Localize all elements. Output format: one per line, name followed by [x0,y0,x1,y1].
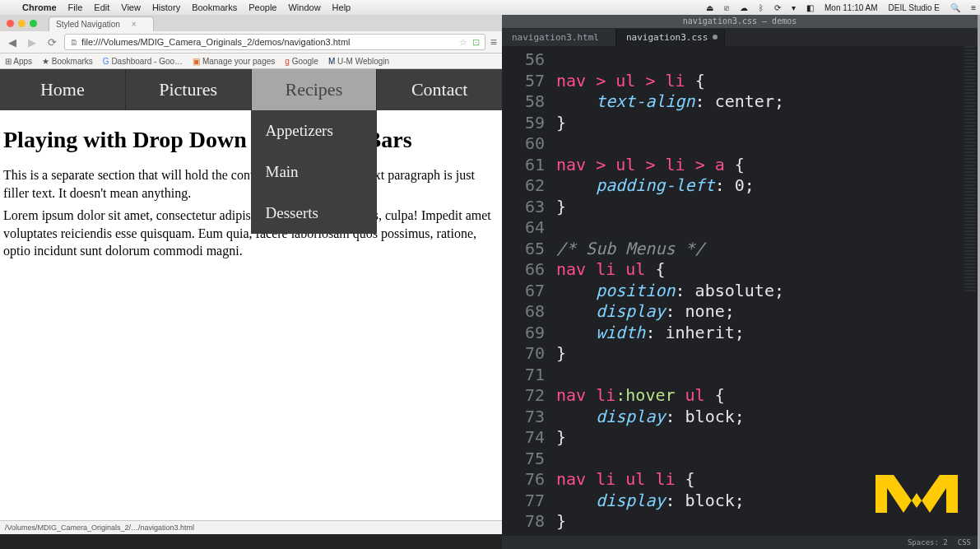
back-button[interactable]: ◀ [5,36,20,49]
bm-google[interactable]: g Google [285,57,318,66]
editor-tabs: navigation3.html navigation3.css [502,28,978,46]
code-line[interactable]: 63} [502,197,978,218]
nav-recipes-label: Recipes [286,79,343,100]
wifi-signal-icon[interactable]: ▾ [787,3,800,12]
cloud-icon[interactable]: ☁ [736,3,752,12]
code-line[interactable]: 71 [502,365,978,386]
chrome-tabstrip: Styled Navigation × [0,15,502,31]
chrome-status-bar: /Volumes/MDIG_Camera_Originals_2/…/navig… [0,520,502,534]
nav-pictures[interactable]: Pictures [126,69,252,110]
bm-dashboard[interactable]: G Dashboard - Goo… [103,57,183,66]
code-line[interactable]: 59} [502,113,978,134]
user[interactable]: DEIL Studio E [885,3,944,12]
submenu-appetizers[interactable]: Appetizers [251,110,378,151]
menu-view[interactable]: View [115,2,146,12]
url-text: file:///Volumes/MDIG_Camera_Originals_2/… [81,37,350,47]
menu-history[interactable]: History [146,2,186,12]
bookmarks-bar: ⊞ Apps ★ Bookmarks G Dashboard - Goo… ▣ … [0,54,502,69]
code-line[interactable]: 61nav > ul > li > a { [502,155,978,176]
modified-dot-icon [713,35,718,40]
demo-nav: Home Pictures Recipes Appetizers Main De… [0,69,502,110]
window-controls [0,15,44,31]
minimize-window-button[interactable] [18,20,26,27]
code-line[interactable]: 72nav li:hover ul { [502,385,978,407]
nav-contact[interactable]: Contact [377,69,502,110]
spotlight-icon[interactable]: 🔍 [946,3,964,12]
code-line[interactable]: 62 padding-left: 0; [502,175,978,197]
bm-bookmarks[interactable]: ★ Bookmarks [42,57,93,66]
zoom-window-button[interactable] [30,20,37,27]
status-lang[interactable]: CSS [958,538,971,547]
page-viewport: Home Pictures Recipes Appetizers Main De… [0,69,502,520]
code-line[interactable]: 69 width: inherit; [502,323,978,344]
status-spaces[interactable]: Spaces: 2 [908,538,948,547]
submenu-main[interactable]: Main [251,151,378,193]
address-bar[interactable]: 🗎 file:///Volumes/MDIG_Camera_Originals_… [64,34,485,50]
recipes-submenu: Appetizers Main Desserts [251,110,378,234]
bluetooth-icon[interactable]: ᛒ [755,3,768,12]
chrome-window: Styled Navigation × ◀ ▶ ⟳ 🗎 file:///Volu… [0,15,502,534]
browser-tab[interactable]: Styled Navigation × [49,16,154,31]
code-line[interactable]: 68 display: none; [502,301,978,323]
nav-home[interactable]: Home [0,69,126,110]
page-icon: 🗎 [70,38,78,47]
menu-file[interactable]: File [63,2,89,12]
editor-tab-css[interactable]: navigation3.css [616,29,725,46]
menu-window[interactable]: Window [282,2,326,12]
notifications-icon[interactable]: ≡ [967,3,980,12]
editor-title: navigation3.css — demos [502,15,978,28]
battery-icon[interactable]: ◧ [802,3,818,12]
michigan-logo [875,465,958,526]
editor-window: navigation3.css — demos navigation3.html… [502,15,978,549]
bookmark-star-icon[interactable]: ☆ [459,37,467,48]
code-line[interactable]: 74} [502,427,978,449]
code-line[interactable]: 70} [502,343,978,365]
minimap[interactable] [964,46,976,293]
tab-title: Styled Navigation [56,20,120,29]
code-line[interactable]: 64 [502,217,978,239]
chrome-toolbar: ◀ ▶ ⟳ 🗎 file:///Volumes/MDIG_Camera_Orig… [0,31,502,54]
nav-recipes[interactable]: Recipes Appetizers Main Desserts [252,69,378,110]
code-line[interactable]: 67 position: absolute; [502,281,978,302]
menu-help[interactable]: Help [327,2,357,12]
code-line[interactable]: 57nav > ul > li { [502,71,978,92]
mac-menubar: Chrome File Edit View History Bookmarks … [0,0,980,16]
bm-apps[interactable]: ⊞ Apps [5,57,32,66]
wifi-icon[interactable]: ⏏ [702,3,718,12]
menu-app[interactable]: Chrome [16,2,63,12]
clock[interactable]: Mon 11:10 AM [820,3,881,12]
close-tab-icon[interactable]: × [132,20,137,29]
code-line[interactable]: 58 text-align: center; [502,91,978,113]
chrome-menu-button[interactable]: ≡ [490,35,497,49]
bm-gtsites[interactable]: ▣ Manage your pages [193,57,275,66]
sync-icon[interactable]: ⟳ [770,3,785,12]
submenu-desserts[interactable]: Desserts [251,193,378,234]
reload-button[interactable]: ⟳ [44,36,59,49]
editor-status-bar: Spaces: 2 CSS [502,536,978,549]
code-line[interactable]: 65/* Sub Menus */ [502,239,978,260]
code-line[interactable]: 56 [502,49,978,71]
code-line[interactable]: 73 display: block; [502,407,978,428]
forward-button[interactable]: ▶ [25,36,39,49]
editor-tab-html[interactable]: navigation3.html [502,29,616,46]
menu-edit[interactable]: Edit [88,2,115,12]
reader-icon[interactable]: ⊡ [472,37,480,48]
bm-um[interactable]: M U-M Weblogin [328,57,389,66]
menu-bookmarks[interactable]: Bookmarks [186,2,243,12]
code-line[interactable]: 66nav li ul { [502,259,978,281]
menubar-right: ⏏ ⎚ ☁ ᛒ ⟳ ▾ ◧ Mon 11:10 AM DEIL Studio E… [702,2,980,12]
display-icon[interactable]: ⎚ [720,3,733,12]
close-window-button[interactable] [7,20,14,27]
code-line[interactable]: 60 [502,133,978,155]
menu-people[interactable]: People [243,2,282,12]
